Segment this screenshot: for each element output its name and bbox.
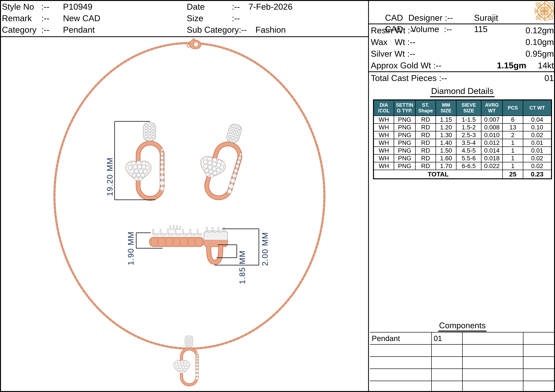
header-row: DIA/COLSETTING TYP.ST.ShapeMMSIZESIEVESI…: [373, 100, 552, 116]
cell: WH: [373, 131, 394, 139]
cell: 1.70: [436, 162, 456, 170]
cell: RD: [415, 139, 436, 147]
cell: [462, 344, 523, 357]
info-separator: :--: [41, 1, 56, 13]
column-header: SIEVESIZE: [456, 100, 481, 116]
chain-ellipse: [54, 43, 324, 348]
cell: RD: [415, 116, 436, 123]
total-pcs: 25: [503, 170, 523, 179]
cell: [370, 344, 431, 357]
column-header: SETTING TYP.: [394, 100, 415, 116]
pendant-on-chain: [174, 335, 199, 385]
column-header-line: G TYP.: [394, 108, 415, 114]
cell: WH: [373, 123, 394, 131]
style-info-column: Style No:--P10949Remark:--New CADCategor…: [2, 1, 100, 36]
info-value: Fashion: [256, 24, 286, 36]
info-separator: :--: [239, 24, 247, 36]
column-header-line: MM: [436, 102, 456, 108]
dimension-base-thickness: 1.90 MM: [126, 222, 135, 274]
cell: [431, 357, 462, 369]
column-header-line: Shape: [416, 108, 436, 114]
column-header-line: CT WT: [523, 105, 551, 111]
column-header-line: SIEVE: [457, 102, 481, 108]
cell: 1: [503, 162, 523, 170]
info-row: Size:--: [187, 13, 292, 24]
components-title: Components: [369, 320, 555, 331]
diamond-row: WHPNGRD1.403.5-40.01210.01: [373, 139, 552, 147]
cell: [462, 381, 523, 392]
cell: 6: [503, 116, 523, 123]
column-header: MMSIZE: [436, 100, 456, 116]
gold-purity: 14kt: [526, 60, 554, 71]
cell: 1.5-2: [456, 123, 481, 131]
column-header-line: PCS: [503, 105, 523, 111]
components-table: Pendant01: [370, 332, 555, 392]
cell: 1: [503, 139, 523, 147]
info-separator: :--: [232, 1, 240, 13]
total-label: TOTAL: [373, 170, 503, 179]
cell: 0.010: [481, 131, 503, 139]
total-cast-label: Total Cast Pieces :--: [371, 72, 447, 84]
cell: [523, 332, 555, 344]
cell: 0.007: [481, 116, 503, 123]
cell: RD: [415, 162, 436, 170]
cell: [523, 357, 555, 369]
info-row: Remark:--New CAD: [2, 13, 100, 24]
cell: [462, 332, 523, 344]
column-header: CT WT: [523, 100, 552, 116]
column-header: ST.Shape: [415, 100, 436, 116]
info-row: Category:--Pendant: [2, 24, 100, 36]
dimension-bail-inner: 1.85 MM: [238, 241, 247, 293]
component-row: [370, 381, 555, 392]
lobster-clasp-icon: [187, 38, 201, 49]
cell: 0.01: [523, 139, 552, 147]
total-row: TOTAL250.23: [373, 170, 552, 179]
cell: PNG: [394, 131, 415, 139]
weight-value: 0.95gm: [526, 48, 554, 59]
cell: 1.60: [436, 154, 456, 162]
cad-designer-row: CADDesigner :--Surajit: [371, 1, 554, 12]
dimension-bail-outer: 2.00 MM: [260, 223, 270, 275]
pendant-front-view: [126, 123, 164, 198]
cell: 0.018: [481, 154, 503, 162]
cell: [462, 357, 523, 369]
cell: 1.40: [436, 139, 456, 147]
brand-logo-icon: [534, 1, 555, 22]
weight-value: 0.12gm: [526, 25, 554, 36]
cell: 0.022: [481, 162, 503, 170]
cell: 13: [503, 123, 523, 131]
diamond-row: WHPNGRD1.605.5-60.01810.02: [373, 154, 552, 162]
gold-weight-row: Approx Gold Wt :-- 1.15gm 14kt: [371, 60, 554, 71]
diamond-details-title: Diamond Details: [369, 86, 555, 97]
cad-spec-sheet: Style No:--P10949Remark:--New CADCategor…: [0, 0, 555, 392]
table-head: DIA/COLSETTING TYP.ST.ShapeMMSIZESIEVESI…: [373, 100, 552, 116]
cell: WH: [373, 147, 394, 154]
info-separator: :--: [41, 24, 56, 36]
diamond-details-table: DIA/COLSETTING TYP.ST.ShapeMMSIZESIEVESI…: [373, 99, 552, 179]
component-row: [370, 369, 555, 381]
info-label: Sub Category: [187, 24, 239, 36]
info-label: Remark: [2, 13, 41, 24]
cell: 0.02: [523, 154, 552, 162]
component-row: [370, 344, 555, 357]
cell: 5.5-6: [456, 154, 481, 162]
total-cast-row: Total Cast Pieces :-- 01: [371, 72, 554, 84]
cad-volume-row: CAD Volume :--115: [371, 12, 554, 23]
cell: WH: [373, 139, 394, 147]
cell: [431, 344, 462, 357]
cell: [523, 369, 555, 381]
pendant-side-view: [149, 225, 228, 262]
info-label: Style No: [2, 1, 41, 13]
cell: RD: [415, 147, 436, 154]
column-header-line: SETTIN: [394, 102, 415, 108]
weight-label: Wax Wt :--: [371, 36, 416, 48]
cell: [370, 369, 431, 381]
cell: WH: [373, 162, 394, 170]
diamond-row: WHPNGRD1.504.5-50.01410.01: [373, 147, 552, 154]
cell: [370, 357, 431, 369]
cell: WH: [373, 116, 394, 123]
weight-row: Silver Wt :--0.95gm: [371, 48, 554, 59]
weight-row: Resin Wt :--0.12gm: [371, 25, 554, 36]
cell: 0.10: [523, 123, 552, 131]
column-header-line: DIA: [374, 102, 394, 108]
